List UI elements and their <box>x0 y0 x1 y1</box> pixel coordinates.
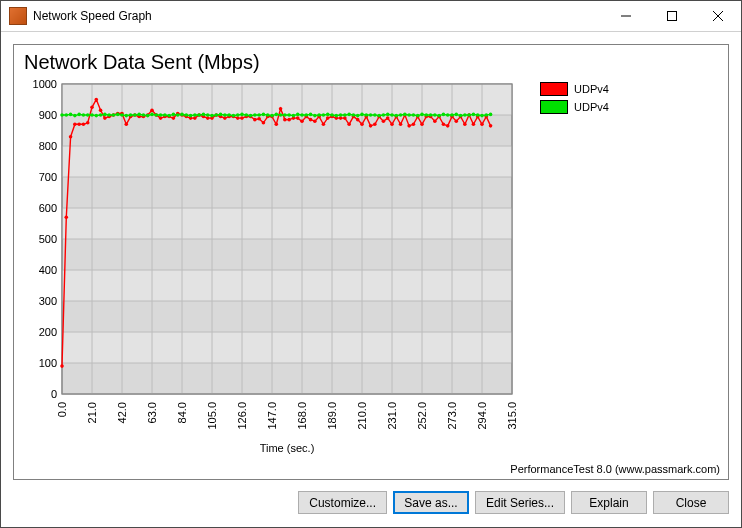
svg-point-71 <box>82 123 86 127</box>
svg-point-265 <box>480 114 484 118</box>
svg-point-133 <box>347 123 351 127</box>
svg-point-142 <box>386 116 390 120</box>
svg-point-104 <box>223 116 227 120</box>
svg-rect-8 <box>62 146 512 177</box>
svg-point-242 <box>382 113 386 117</box>
svg-text:126.0: 126.0 <box>236 402 248 430</box>
svg-point-107 <box>236 116 240 120</box>
svg-point-262 <box>467 113 471 117</box>
svg-point-145 <box>399 123 403 127</box>
close-icon <box>713 11 723 21</box>
svg-point-188 <box>150 113 154 117</box>
svg-point-204 <box>219 113 223 117</box>
svg-point-143 <box>390 123 394 127</box>
close-window-button[interactable] <box>695 1 741 31</box>
svg-point-203 <box>214 113 218 117</box>
svg-point-193 <box>172 113 176 117</box>
svg-point-240 <box>373 113 377 117</box>
svg-point-170 <box>73 114 77 118</box>
chart-legend: UDPv4 UDPv4 <box>522 78 609 461</box>
svg-point-97 <box>193 116 197 120</box>
svg-point-231 <box>334 114 338 118</box>
svg-point-258 <box>450 113 454 117</box>
svg-point-245 <box>394 114 398 118</box>
svg-point-181 <box>120 113 124 117</box>
close-button[interactable]: Close <box>653 491 729 514</box>
svg-point-259 <box>454 113 458 117</box>
svg-point-222 <box>296 113 300 117</box>
svg-text:252.0: 252.0 <box>416 402 428 430</box>
legend-label: UDPv4 <box>574 101 609 113</box>
app-icon <box>9 7 27 25</box>
svg-point-207 <box>232 114 236 118</box>
svg-point-160 <box>463 123 467 127</box>
chart-plot: 010020030040050060070080090010000.021.04… <box>22 78 522 461</box>
svg-text:600: 600 <box>39 202 57 214</box>
dialog-button-row: Customize... Save as... Edit Series... E… <box>1 486 741 527</box>
explain-button[interactable]: Explain <box>571 491 647 514</box>
svg-point-227 <box>317 113 321 117</box>
svg-point-209 <box>240 113 244 117</box>
svg-point-178 <box>107 113 111 117</box>
svg-point-89 <box>159 116 163 120</box>
svg-point-202 <box>210 114 214 118</box>
svg-point-194 <box>176 113 180 117</box>
svg-point-264 <box>476 113 480 117</box>
svg-point-138 <box>369 124 373 128</box>
svg-point-92 <box>172 116 176 120</box>
svg-point-224 <box>304 113 308 117</box>
svg-text:42.0: 42.0 <box>116 402 128 423</box>
svg-point-250 <box>416 114 420 118</box>
save-as-button[interactable]: Save as... <box>393 491 469 514</box>
svg-point-67 <box>64 216 68 220</box>
svg-text:300: 300 <box>39 295 57 307</box>
chart-footer-text: PerformanceTest 8.0 (www.passmark.com) <box>22 463 720 475</box>
chart-title: Network Data Sent (Mbps) <box>24 51 720 74</box>
svg-point-248 <box>407 113 411 117</box>
svg-point-260 <box>459 114 463 118</box>
svg-point-251 <box>420 113 424 117</box>
svg-point-246 <box>399 113 403 117</box>
chart-frame: Network Data Sent (Mbps) 010020030040050… <box>13 44 729 480</box>
svg-point-70 <box>77 123 81 127</box>
svg-point-153 <box>433 119 437 123</box>
svg-point-234 <box>347 113 351 117</box>
edit-series-button[interactable]: Edit Series... <box>475 491 565 514</box>
svg-point-75 <box>99 109 103 113</box>
svg-point-68 <box>69 135 73 139</box>
svg-text:84.0: 84.0 <box>176 402 188 423</box>
svg-point-139 <box>373 123 377 127</box>
svg-point-263 <box>472 113 476 117</box>
titlebar: Network Speed Graph <box>1 1 741 32</box>
customize-button[interactable]: Customize... <box>298 491 387 514</box>
svg-point-150 <box>420 123 424 127</box>
window-root: Network Speed Graph Network Data Sent (M… <box>0 0 742 528</box>
svg-point-124 <box>309 118 313 122</box>
svg-point-173 <box>86 113 90 117</box>
svg-point-116 <box>274 123 278 127</box>
svg-point-174 <box>90 113 94 117</box>
svg-point-176 <box>99 113 103 117</box>
svg-point-179 <box>112 113 116 117</box>
svg-point-119 <box>287 118 291 122</box>
svg-point-131 <box>339 116 343 120</box>
svg-point-182 <box>124 114 128 118</box>
svg-point-132 <box>343 116 347 120</box>
svg-point-255 <box>437 114 441 118</box>
svg-point-238 <box>364 113 368 117</box>
svg-point-237 <box>360 113 364 117</box>
svg-point-200 <box>202 113 206 117</box>
svg-point-169 <box>69 113 73 117</box>
minimize-button[interactable] <box>603 1 649 31</box>
svg-point-249 <box>412 113 416 117</box>
svg-point-108 <box>240 116 244 120</box>
svg-point-73 <box>90 105 94 109</box>
legend-item: UDPv4 <box>540 80 609 98</box>
svg-point-266 <box>484 113 488 117</box>
svg-point-117 <box>279 107 283 111</box>
maximize-button[interactable] <box>649 1 695 31</box>
svg-point-205 <box>223 113 227 117</box>
svg-point-257 <box>446 113 450 117</box>
svg-text:231.0: 231.0 <box>386 402 398 430</box>
svg-point-72 <box>86 121 90 125</box>
